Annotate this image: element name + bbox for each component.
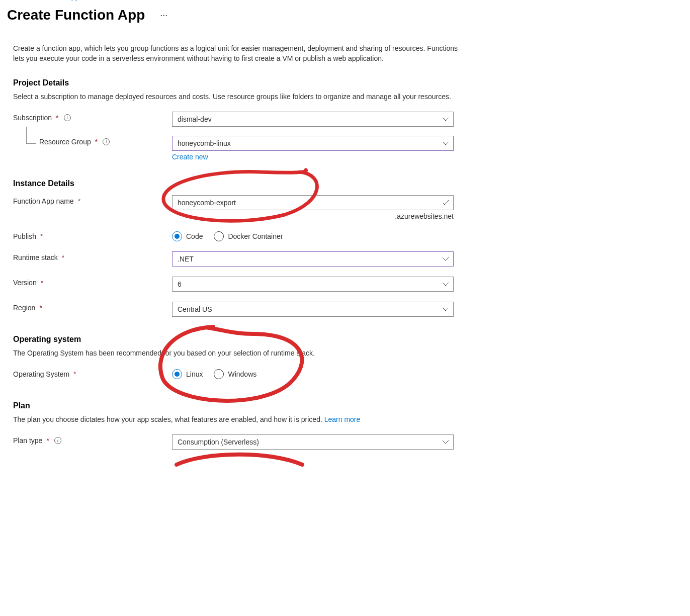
required-indicator: *: [56, 114, 58, 122]
publish-code-label: Code: [186, 232, 203, 240]
section-plan: Plan: [13, 401, 460, 410]
subscription-value: dismal-dev: [178, 115, 212, 123]
publish-radio-docker[interactable]: Docker Container: [214, 231, 283, 241]
chevron-down-icon: [442, 255, 449, 262]
version-value: 6: [178, 280, 182, 288]
info-icon[interactable]: i: [54, 437, 61, 444]
plan-type-dropdown[interactable]: Consumption (Serverless): [172, 434, 454, 450]
chevron-down-icon: [442, 281, 449, 288]
required-indicator: *: [73, 370, 76, 378]
more-actions-button[interactable]: ···: [157, 9, 170, 22]
subscription-label: Subscription: [13, 114, 52, 122]
os-linux-label: Linux: [186, 370, 203, 378]
region-dropdown[interactable]: Central US: [172, 302, 454, 317]
required-indicator: *: [46, 436, 49, 445]
intro-text: Create a function app, which lets you gr…: [13, 43, 460, 63]
required-indicator: *: [39, 304, 42, 312]
resource-group-label: Resource Group: [39, 138, 91, 146]
resource-group-value: honeycomb-linux: [178, 139, 231, 147]
chevron-down-icon: [442, 116, 449, 123]
tree-connector: [26, 127, 36, 144]
function-app-name-value: honeycomb-export: [178, 199, 236, 207]
info-icon[interactable]: i: [64, 114, 71, 121]
project-details-desc: Select a subscription to manage deployed…: [13, 92, 460, 102]
create-new-link[interactable]: Create new: [172, 153, 208, 161]
plan-type-label: Plan type: [13, 436, 42, 445]
os-radio-linux[interactable]: Linux: [172, 369, 203, 379]
required-indicator: *: [40, 232, 43, 240]
chevron-down-icon: [442, 438, 449, 446]
breadcrumb-sep: >: [30, 0, 34, 1]
subscription-dropdown[interactable]: dismal-dev: [172, 112, 454, 127]
region-label: Region: [13, 304, 35, 312]
section-instance-details: Instance Details: [13, 179, 460, 188]
page-title: Create Function App: [7, 7, 145, 23]
publish-radio-code[interactable]: Code: [172, 231, 203, 241]
required-indicator: *: [41, 279, 43, 287]
breadcrumb-sep: >: [83, 0, 87, 1]
required-indicator: *: [62, 253, 64, 261]
breadcrumb-home[interactable]: Home: [7, 0, 26, 1]
os-label: Operating System: [13, 370, 69, 378]
runtime-stack-label: Runtime stack: [13, 253, 58, 261]
os-desc: The Operating System has been recommende…: [13, 348, 460, 358]
section-operating-system: Operating system: [13, 335, 460, 344]
info-icon[interactable]: i: [103, 138, 110, 145]
plan-type-value: Consumption (Serverless): [178, 438, 259, 446]
check-icon: [442, 199, 449, 206]
learn-more-link[interactable]: Learn more: [324, 415, 361, 423]
publish-label: Publish: [13, 232, 36, 240]
os-radio-windows[interactable]: Windows: [214, 369, 256, 379]
function-app-name-input[interactable]: honeycomb-export: [172, 195, 454, 210]
os-windows-label: Windows: [228, 370, 256, 378]
version-dropdown[interactable]: 6: [172, 277, 454, 292]
required-indicator: *: [95, 138, 98, 146]
publish-docker-label: Docker Container: [228, 232, 283, 240]
runtime-stack-value: .NET: [178, 255, 194, 263]
section-project-details: Project Details: [13, 78, 460, 87]
domain-suffix: .azurewebsites.net: [172, 212, 454, 220]
runtime-stack-dropdown[interactable]: .NET: [172, 251, 454, 267]
function-app-name-label: Function App name: [13, 197, 74, 205]
chevron-down-icon: [442, 306, 449, 313]
resource-group-dropdown[interactable]: honeycomb-linux: [172, 136, 454, 151]
version-label: Version: [13, 279, 37, 287]
required-indicator: *: [78, 197, 80, 205]
breadcrumb-function-app[interactable]: Function App: [38, 0, 79, 1]
chevron-down-icon: [442, 140, 449, 147]
annotation-circle: [164, 450, 310, 470]
region-value: Central US: [178, 305, 212, 313]
plan-desc: The plan you choose dictates how your ap…: [13, 414, 460, 424]
